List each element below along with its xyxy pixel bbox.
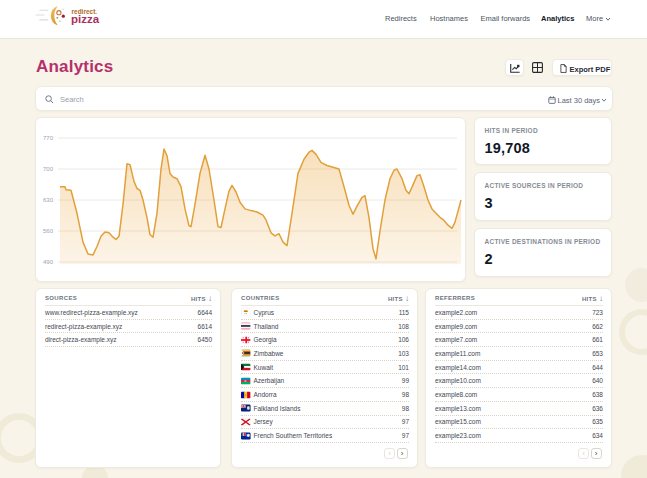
svg-text:700: 700	[43, 166, 54, 172]
svg-text:490: 490	[43, 259, 54, 265]
svg-text:630: 630	[43, 197, 54, 203]
svg-text:560: 560	[43, 228, 54, 234]
svg-text:770: 770	[43, 135, 54, 141]
